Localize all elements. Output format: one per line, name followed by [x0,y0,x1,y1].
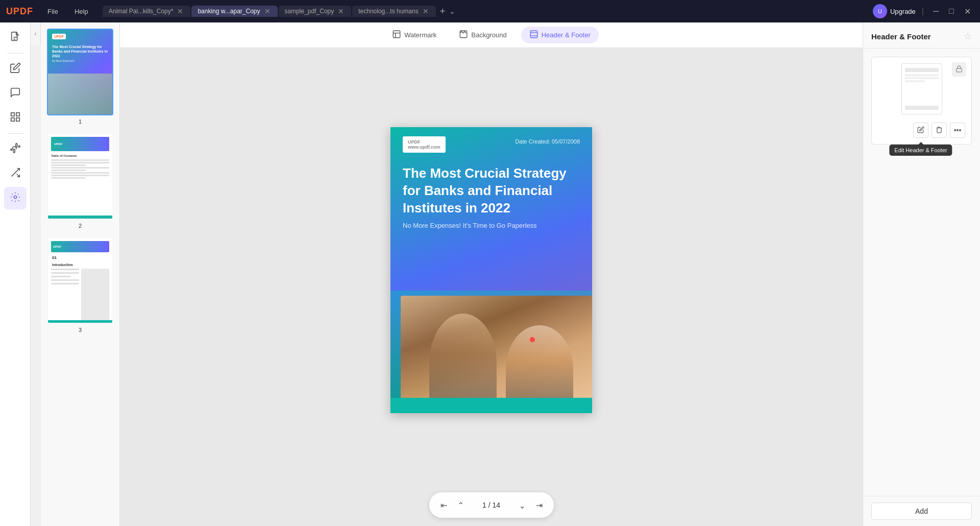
page-cover: UPDF www.updf.com Date Created: 05/07/20… [390,127,592,413]
thumbnail-page-3[interactable]: UPDF 01 Introduction [45,237,115,333]
maximize-button[interactable]: □ [946,6,957,17]
right-panel: Header & Footer ☆ [863,22,980,526]
first-page-icon: ⇤ [440,501,447,510]
sidebar-stamp-btn[interactable] [4,138,27,160]
svg-rect-3 [11,112,14,115]
header-footer-button[interactable]: Header & Footer [521,27,599,43]
tab-4[interactable]: technolog...ts humans ✕ [352,6,435,17]
main-layout: ‹ UPDF The Most Crucial Strategy for Ban… [0,22,980,526]
design-icon [10,192,21,205]
thumb2-line-5 [51,170,86,171]
thumb3-header: UPDF [51,241,109,252]
page-info: 1 / 14 [471,501,512,509]
tab-2-close[interactable]: ✕ [263,8,272,15]
thumb-people [48,74,112,114]
hf-action-bar: Edit Header & Footer ••• [878,123,965,138]
svg-rect-10 [393,31,400,38]
toolbar: Watermark Background [120,22,863,48]
thumb-logo-bar: UPDF [52,34,108,39]
svg-rect-17 [957,68,962,71]
thumb-title: The Most Crucial Strategy for Banks and … [52,44,108,58]
thumb-number-3: 3 [79,327,82,333]
tabs-container: Animal Pai...kills_Copy* ✕ banking w...a… [103,6,869,17]
thumb-page2-content: UPDF Table of Contents [48,134,112,219]
thumbnail-page-1[interactable]: UPDF The Most Crucial Strategy for Banks… [45,29,115,125]
prev-page-button[interactable]: ⌃ [454,498,467,512]
page-img-overlay [390,398,592,413]
tabs-dropdown-button[interactable]: ⌄ [449,7,455,15]
svg-rect-4 [16,112,19,115]
thumb2-header-logo: UPDF [54,142,62,146]
sidebar-divider-1 [7,53,23,54]
edit-header-footer-button[interactable]: Edit Header & Footer [913,123,928,138]
watermark-button[interactable]: Watermark [384,27,445,43]
stamp-icon [10,142,21,156]
file-menu[interactable]: File [41,6,64,17]
thumb2-line-7 [51,175,109,176]
right-panel-body: Edit Header & Footer ••• [863,49,980,496]
first-page-button[interactable]: ⇤ [437,498,450,512]
tab-4-close[interactable]: ✕ [422,8,430,15]
sidebar-document-btn[interactable] [4,27,27,49]
thumb2-line-3 [51,164,86,166]
user-upgrade-button[interactable]: U Upgrade [873,4,916,18]
sidebar-organize-btn[interactable] [4,162,27,185]
tab-3-label: sample_pdf_Copy [285,8,334,15]
thumb2-header: UPDF [51,137,109,151]
tab-3[interactable]: sample_pdf_Copy ✕ [279,6,352,17]
watermark-label: Watermark [404,31,436,39]
viewer-section: Watermark Background [120,22,863,526]
current-page[interactable]: 1 [482,501,486,509]
thumb2-bottom-bar [48,216,112,219]
total-pages: 14 [492,501,500,509]
last-page-button[interactable]: ⇥ [533,498,546,512]
sidebar-pages-btn[interactable] [4,107,27,129]
header-footer-label: Header & Footer [542,31,591,39]
thumbnail-img-1: UPDF The Most Crucial Strategy for Banks… [47,29,113,115]
new-tab-button[interactable]: + [437,6,449,17]
edit-header-footer-tooltip: Edit Header & Footer [889,145,952,156]
tab-1-close[interactable]: ✕ [176,8,184,15]
thumbnail-page-2[interactable]: UPDF Table of Contents 2 [45,133,115,229]
thumb-subtitle: No More Expenses! [52,59,108,62]
page-logo-text: UPDF [408,139,440,145]
page-logo: UPDF www.updf.com [403,136,446,153]
thumb2-line-6 [51,172,109,174]
delete-header-footer-button[interactable] [932,123,947,138]
thumb3-left [51,269,79,324]
next-page-button[interactable]: ⌃ [516,498,529,512]
sidebar-comment-btn[interactable] [4,82,27,105]
page-image-section [390,237,592,413]
pdf-page: UPDF www.updf.com Date Created: 05/07/20… [390,127,592,413]
help-menu[interactable]: Help [68,6,94,17]
thumb2-line-4 [51,167,109,169]
upgrade-label: Upgrade [890,8,916,15]
thumb3-content [51,269,109,324]
sidebar-edit-btn[interactable] [4,58,27,80]
app-logo: UPDF [6,6,33,17]
tab-2[interactable]: banking w...apar_Copy ✕ [191,6,277,17]
minimize-button[interactable]: ─ [930,6,942,17]
background-button[interactable]: Background [451,27,514,43]
trash-icon [936,126,943,135]
sidebar-design-btn[interactable] [4,187,27,209]
page-subtitle: No More Expenses! It's Time to Go Paperl… [390,217,592,229]
thumbnail-img-2: UPDF Table of Contents [47,133,113,220]
right-panel-title: Header & Footer [871,32,931,41]
close-button[interactable]: ✕ [961,6,974,17]
sidebar-icons [0,22,31,526]
svg-line-8 [16,174,19,177]
add-button[interactable]: Add [871,503,972,520]
tab-3-close[interactable]: ✕ [337,8,345,15]
thumb-page1-content: UPDF The Most Crucial Strategy for Banks… [48,30,112,114]
tab-1[interactable]: Animal Pai...kills_Copy* ✕ [103,6,191,17]
thumb-logo: UPDF [52,34,66,39]
favorite-button[interactable]: ☆ [964,31,972,42]
pdf-area: UPDF www.updf.com Date Created: 05/07/20… [120,48,863,526]
thumb2-title: Table of Contents [51,154,109,157]
more-header-footer-button[interactable]: ••• [950,123,965,138]
sidebar-collapse-btn[interactable]: ‹ [31,22,41,45]
thumb2-line-8 [51,177,86,179]
svg-point-9 [14,196,17,199]
hf-preview-icon[interactable] [952,62,966,77]
